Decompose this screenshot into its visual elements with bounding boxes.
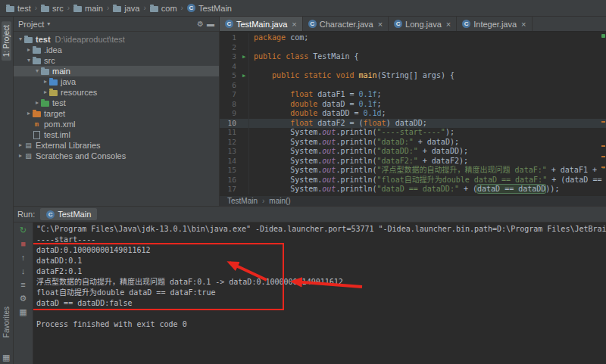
tree-item-Scratches and Consoles[interactable]: ▸Scratches and Consoles bbox=[14, 151, 219, 161]
folder-icon bbox=[113, 6, 121, 12]
code-token: out bbox=[322, 138, 336, 146]
tree-item-label: resources bbox=[61, 87, 97, 98]
close-tab-icon[interactable]: × bbox=[521, 20, 526, 29]
ide-window: test›src›main›java›com›TestMain 1: Proje… bbox=[0, 0, 606, 364]
gutter-cell bbox=[239, 100, 249, 110]
code-line-3[interactable]: 3▶public class TestMain { bbox=[220, 52, 606, 62]
up-icon[interactable]: ↑ bbox=[21, 254, 26, 262]
toolwindow-toggle-icon[interactable]: ▦ bbox=[2, 353, 10, 362]
close-tab-icon[interactable]: × bbox=[378, 20, 383, 29]
code-token bbox=[254, 71, 272, 79]
tab-label: Character.java bbox=[320, 20, 373, 29]
code-token: System. bbox=[254, 176, 322, 184]
chevron-collapsed-icon[interactable]: ▸ bbox=[17, 140, 24, 151]
tree-item-main[interactable]: ▾main bbox=[14, 66, 219, 76]
tree-item-test[interactable]: ▸test bbox=[14, 98, 219, 108]
chevron-expanded-icon[interactable]: ▾ bbox=[25, 55, 33, 66]
code-line-13[interactable]: 13 System.out.println("dataDD:" + dataDD… bbox=[220, 147, 606, 157]
chevron-collapsed-icon[interactable]: ▸ bbox=[42, 87, 49, 98]
pin-icon[interactable]: ≡ bbox=[20, 281, 25, 289]
editor-breadcrumb-item-main()[interactable]: main() bbox=[269, 197, 290, 205]
code-line-15[interactable]: 15 System.out.println("浮点型数据的自动提升，精度出现问题… bbox=[220, 166, 606, 176]
settings-icon[interactable]: ⚙ bbox=[20, 294, 27, 303]
breadcrumb-item-TestMain[interactable]: TestMain bbox=[185, 3, 234, 14]
rerun-icon[interactable]: ↻ bbox=[20, 226, 27, 235]
settings-icon[interactable]: ⚙ bbox=[197, 20, 204, 28]
code-line-6[interactable]: 6 bbox=[220, 81, 606, 91]
code-line-9[interactable]: 9 double dataDD = 0.1d; bbox=[220, 109, 606, 119]
chevron-collapsed-icon[interactable]: ▸ bbox=[33, 98, 41, 108]
line-number: 1 bbox=[220, 33, 239, 43]
console-line: dataF2:0.1 bbox=[36, 266, 606, 277]
breadcrumb-item-main[interactable]: main bbox=[71, 3, 105, 14]
editor-tab-Long.java[interactable]: Long.java× bbox=[389, 17, 457, 31]
run-tab-testmain[interactable]: TestMain bbox=[40, 208, 97, 220]
tree-item-.idea[interactable]: ▸.idea bbox=[14, 45, 219, 55]
tree-item-java[interactable]: ▸java bbox=[14, 76, 219, 87]
code-line-16[interactable]: 16 System.out.println("float自动提升为double … bbox=[220, 176, 606, 185]
breadcrumb-item-src[interactable]: src bbox=[39, 3, 66, 14]
tree-item-src[interactable]: ▾src bbox=[14, 55, 219, 66]
code-line-14[interactable]: 14 System.out.println("dataF2:" + dataF2… bbox=[220, 157, 606, 166]
tree-item-test.iml[interactable]: test.iml bbox=[14, 129, 219, 140]
code-token: + (dataD == dataF2)); bbox=[547, 176, 606, 184]
clear-icon[interactable]: ▦ bbox=[19, 308, 27, 316]
code-line-8[interactable]: 8 double dataD = 0.1f; bbox=[220, 100, 606, 110]
chevron-collapsed-icon[interactable]: ▸ bbox=[17, 151, 24, 161]
tree-item-label: main bbox=[52, 66, 70, 76]
gutter-cell bbox=[239, 128, 249, 138]
code-line-1[interactable]: 1package com; bbox=[220, 33, 606, 43]
editor-scrollbar[interactable] bbox=[600, 32, 606, 195]
close-tab-icon[interactable]: × bbox=[446, 20, 451, 29]
code-token: double bbox=[290, 109, 317, 117]
chevron-collapsed-icon[interactable]: ▸ bbox=[25, 45, 33, 55]
line-number: 10 bbox=[220, 119, 239, 129]
console-line: dataDD:0.1 bbox=[36, 256, 606, 266]
console-output[interactable]: "C:\Program Files\Java\jdk-13.0.1\bin\ja… bbox=[33, 222, 606, 364]
tool-button-favorites[interactable]: Favorites bbox=[2, 303, 11, 341]
editor-tab-Integer.java[interactable]: Integer.java× bbox=[457, 17, 532, 31]
code-line-4[interactable]: 4 bbox=[220, 62, 606, 72]
code-line-2[interactable]: 2 bbox=[220, 43, 606, 53]
tree-item-resources[interactable]: ▸resources bbox=[14, 87, 219, 98]
code-line-11[interactable]: 11 System.out.println("----start----"); bbox=[220, 128, 606, 138]
tree-item-External Libraries[interactable]: ▸External Libraries bbox=[14, 140, 219, 151]
code-line-17[interactable]: 17 System.out.println("dataD == dataDD:"… bbox=[220, 185, 606, 194]
chevron-collapsed-icon[interactable]: ▸ bbox=[42, 76, 49, 87]
code-token: class bbox=[286, 52, 308, 61]
code-line-10[interactable]: 10 float dataF2 = (float) dataDD; bbox=[220, 119, 606, 129]
chevron-expanded-icon[interactable]: ▾ bbox=[17, 34, 24, 45]
editor-breadcrumb-item-TestMain[interactable]: TestMain bbox=[227, 197, 258, 205]
run-gutter-icon[interactable]: ▶ bbox=[239, 71, 249, 81]
libraries-icon bbox=[24, 142, 33, 150]
code-line-5[interactable]: 5▶ public static void main(String[] args… bbox=[220, 71, 606, 81]
tool-button-project[interactable]: 1: Project bbox=[2, 21, 11, 61]
line-number: 2 bbox=[220, 43, 239, 53]
down-icon[interactable]: ↓ bbox=[21, 267, 26, 275]
stop-icon[interactable]: ■ bbox=[20, 240, 26, 248]
editor-tab-TestMain.java[interactable]: TestMain.java× bbox=[220, 17, 303, 31]
close-tab-icon[interactable]: × bbox=[292, 20, 296, 29]
code-editor[interactable]: 1package com;23▶public class TestMain {4… bbox=[220, 32, 606, 195]
hide-panel-icon[interactable]: ▬ bbox=[207, 20, 214, 28]
code-token: static bbox=[304, 71, 331, 79]
tree-item-test[interactable]: ▾testD:\ideaproduct\test bbox=[14, 34, 219, 45]
run-gutter-icon[interactable]: ▶ bbox=[239, 52, 249, 62]
code-token: dataF2 = ( bbox=[313, 119, 363, 127]
chevron-collapsed-icon[interactable]: ▸ bbox=[25, 108, 33, 119]
code-line-7[interactable]: 7 float dataF1 = 0.1f; bbox=[220, 90, 606, 100]
code-line-12[interactable]: 12 System.out.println("dataD:" + dataD); bbox=[220, 138, 606, 148]
chevron-down-icon[interactable]: ▾ bbox=[47, 20, 50, 27]
breadcrumb-label: TestMain bbox=[198, 4, 232, 13]
chevron-expanded-icon[interactable]: ▾ bbox=[33, 66, 41, 76]
run-panel: Run: TestMain ↻■↑↓≡⚙▦ "C:\Program Files\… bbox=[14, 206, 606, 364]
editor-tab-Character.java[interactable]: Character.java× bbox=[303, 17, 389, 31]
code-token: "dataF2:" bbox=[377, 157, 418, 165]
tree-item-target[interactable]: ▸target bbox=[14, 108, 219, 119]
tree-item-pom.xml[interactable]: pom.xml bbox=[14, 119, 219, 129]
breadcrumb-item-com[interactable]: com bbox=[148, 3, 180, 14]
breadcrumb-item-test[interactable]: test bbox=[4, 3, 33, 14]
breadcrumb-label: com bbox=[161, 4, 177, 13]
breadcrumb-item-java[interactable]: java bbox=[111, 3, 142, 14]
run-toolbar: ↻■↑↓≡⚙▦ bbox=[14, 222, 33, 364]
